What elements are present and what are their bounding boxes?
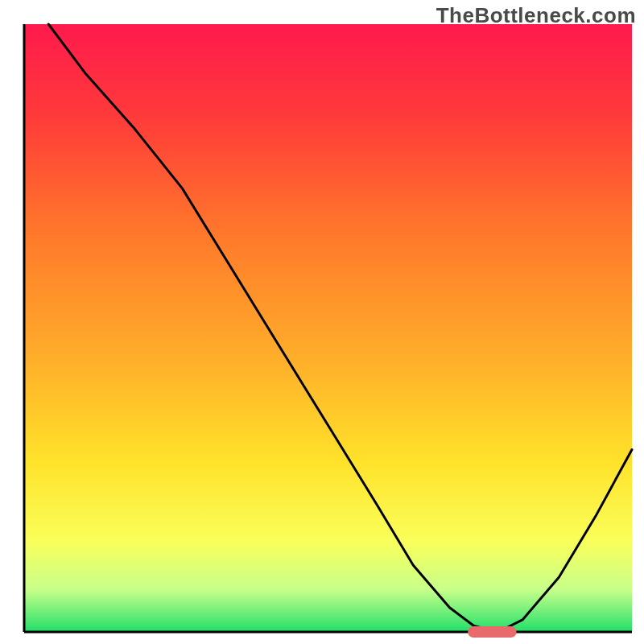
chart-container: TheBottleneck.com [0,0,644,644]
watermark-text: TheBottleneck.com [436,3,636,28]
plot-background [24,24,632,632]
optimal-range-marker [468,626,516,638]
chart-svg [0,0,644,644]
